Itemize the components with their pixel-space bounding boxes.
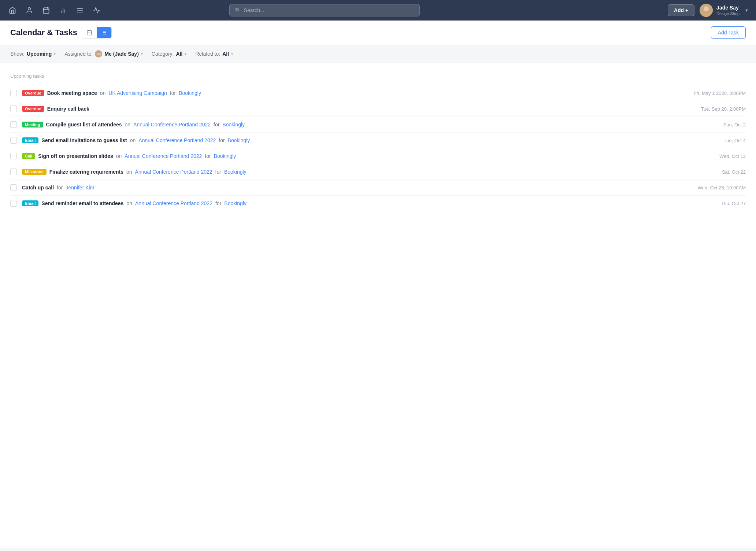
task-checkbox[interactable] [10, 169, 17, 175]
category-filter[interactable]: Category: All ▾ [152, 51, 187, 57]
svg-rect-14 [87, 31, 92, 35]
task-meta-for: for [205, 153, 211, 159]
task-checkbox[interactable] [10, 137, 17, 144]
view-toggle [82, 27, 112, 38]
task-tag: Email [22, 200, 38, 206]
section-title: Upcoming tasks [10, 73, 746, 79]
reports-icon[interactable] [58, 5, 68, 15]
add-button[interactable]: Add + [668, 4, 694, 16]
add-task-button[interactable]: Add Task [711, 26, 746, 39]
task-content: Catch up call for Jennifer Kim [22, 185, 685, 191]
user-menu[interactable]: Jade Say Design Shop ▼ [700, 4, 749, 17]
task-project-link[interactable]: Annual Conference Portland 2022 [125, 153, 202, 159]
task-date: Tue, Sep 20, 2:00PM [694, 106, 746, 112]
task-date: Sat, Oct 22 [715, 169, 746, 175]
svg-point-12 [704, 6, 709, 11]
related-label: Related to: [195, 51, 220, 57]
task-content: EmailSend email invitations to guess lis… [22, 137, 711, 143]
task-row: Catch up call for Jennifer KimWed, Oct 2… [10, 180, 746, 196]
contacts-icon[interactable] [24, 5, 34, 15]
task-date: Wed, Oct 26, 10:00AM [690, 185, 746, 191]
task-tag: Call [22, 153, 35, 159]
task-checkbox[interactable] [10, 106, 17, 112]
task-date: Tue, Oct 4 [716, 138, 746, 143]
list-view-button[interactable] [97, 27, 111, 38]
task-title: Send email invitations to guess list [41, 137, 127, 143]
task-content: CallSign off on presentation slides on A… [22, 153, 707, 159]
user-name: Jade Say [716, 4, 740, 11]
filter-bar: Show: Upcoming ▾ Assigned to: JS Me (Jad… [0, 45, 756, 63]
task-checkbox[interactable] [10, 153, 17, 159]
home-icon[interactable] [7, 5, 18, 15]
task-project-link[interactable]: UK Advertising Campaign [108, 90, 167, 96]
task-client-link[interactable]: Bookingly [224, 169, 247, 175]
search-icon: 🔍 [235, 7, 241, 13]
task-date: Thu, Oct 27 [714, 201, 746, 206]
user-company: Design Shop [716, 11, 740, 16]
task-title: Finalize catering requirements [49, 169, 123, 175]
task-client-link[interactable]: Jennifer Kim [66, 185, 94, 191]
task-row: EmailSend email invitations to guess lis… [10, 133, 746, 148]
assigned-value: Me (Jade Say) [104, 51, 138, 57]
related-chevron: ▾ [231, 52, 233, 56]
task-row: EmailSend reminder email to attendees on… [10, 196, 746, 211]
task-client-link[interactable]: Bookingly [179, 90, 201, 96]
user-info: Jade Say Design Shop [716, 4, 740, 16]
task-client-link[interactable]: Bookingly [214, 153, 236, 159]
task-title: Enquiry call back [47, 106, 89, 112]
task-checkbox[interactable] [10, 200, 17, 207]
task-project-link[interactable]: Annual Conference Portland 2022 [133, 122, 211, 127]
task-client-link[interactable]: Bookingly [224, 200, 247, 206]
task-meta-on: on [125, 122, 131, 127]
task-list: OverdueBook meeting space on UK Advertis… [10, 85, 746, 211]
svg-point-0 [28, 8, 31, 10]
task-meta-for: for [215, 169, 221, 175]
search-bar[interactable]: 🔍 [229, 4, 420, 16]
task-checkbox[interactable] [10, 184, 17, 191]
task-client-link[interactable]: Bookingly [228, 137, 250, 143]
task-client-link[interactable]: Bookingly [222, 122, 245, 127]
show-filter[interactable]: Show: Upcoming ▾ [10, 51, 56, 57]
task-row: OverdueEnquiry call backTue, Sep 20, 2:0… [10, 101, 746, 117]
task-tag: Milestone [22, 169, 47, 175]
task-title: Book meeting space [47, 90, 97, 96]
task-project-link[interactable]: Annual Conference Portland 2022 [135, 169, 212, 175]
task-meta-for: for [215, 200, 221, 206]
task-date: Sun, Oct 2 [716, 122, 746, 127]
task-checkbox[interactable] [10, 90, 17, 96]
task-row: OverdueBook meeting space on UK Advertis… [10, 85, 746, 101]
page-title: Calendar & Tasks [10, 28, 77, 37]
related-filter[interactable]: Related to: All ▾ [195, 51, 233, 57]
task-content: EmailSend reminder email to attendees on… [22, 200, 708, 206]
assigned-label: Assigned to: [64, 51, 93, 57]
category-label: Category: [152, 51, 174, 57]
task-title: Compile guest list of attendees [46, 122, 122, 127]
show-value: Upcoming [27, 51, 52, 57]
task-meta-on: on [116, 153, 122, 159]
show-label: Show: [10, 51, 25, 57]
task-meta-for: for [214, 122, 219, 127]
task-checkbox[interactable] [10, 121, 17, 128]
task-meta-on: on [126, 200, 132, 206]
category-chevron: ▾ [185, 52, 186, 56]
task-meta-for: for [219, 137, 225, 143]
show-chevron: ▾ [54, 52, 56, 56]
task-project-link[interactable]: Annual Conference Portland 2022 [138, 137, 216, 143]
assigned-avatar: JS [95, 50, 102, 58]
activity-icon[interactable] [92, 5, 102, 15]
calendar-icon[interactable] [41, 5, 51, 15]
calendar-view-button[interactable] [82, 27, 97, 38]
task-tag: Email [22, 137, 38, 143]
task-row: MilestoneFinalize catering requirements … [10, 164, 746, 180]
assigned-filter[interactable]: Assigned to: JS Me (Jade Say) ▾ [64, 50, 142, 58]
content-area: Upcoming tasks OverdueBook meeting space… [0, 63, 756, 548]
task-content: OverdueBook meeting space on UK Advertis… [22, 90, 681, 96]
task-date: Wed, Oct 12 [712, 154, 746, 159]
task-project-link[interactable]: Annual Conference Portland 2022 [135, 200, 212, 206]
search-input[interactable] [244, 4, 414, 16]
task-tag: Meeting [22, 122, 43, 127]
menu-icon[interactable] [75, 5, 85, 15]
task-title: Send reminder email to attendees [41, 200, 123, 206]
task-content: MeetingCompile guest list of attendees o… [22, 122, 711, 127]
task-meta-for: for [57, 185, 63, 191]
